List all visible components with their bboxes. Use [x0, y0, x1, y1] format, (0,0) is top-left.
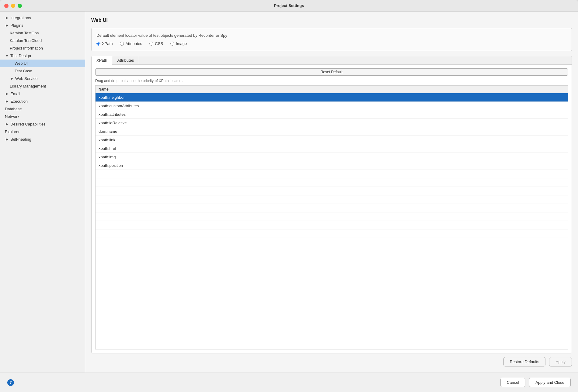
sidebar-item-label: Web Service — [15, 76, 37, 81]
sidebar-item-label: Execution — [10, 99, 28, 104]
reset-default-button[interactable]: Reset Default — [95, 68, 568, 76]
cancel-button[interactable]: Cancel — [500, 378, 525, 387]
close-button[interactable] — [4, 4, 9, 8]
table-row[interactable]: xpath:link — [96, 136, 568, 144]
table-row[interactable]: xpath:customAttributes — [96, 102, 568, 110]
sidebar-item-network[interactable]: Network — [0, 113, 85, 120]
table-row[interactable] — [96, 187, 568, 195]
sidebar-item-katalon-testcloud[interactable]: Katalon TestCloud — [0, 37, 85, 44]
sidebar-item-project-information[interactable]: Project Information — [0, 44, 85, 52]
minimize-button[interactable] — [11, 4, 15, 8]
table-row[interactable]: xpath:neighbor — [96, 93, 568, 102]
table-row[interactable]: xpath:img — [96, 153, 568, 161]
sidebar-item-web-service[interactable]: ▶Web Service — [0, 75, 85, 82]
sidebar-item-test-design[interactable]: ▼Test Design — [0, 52, 85, 60]
apply-close-button[interactable]: Apply and Close — [529, 378, 571, 387]
sidebar-item-web-ui[interactable]: Web UI — [0, 60, 85, 67]
table-row[interactable] — [96, 229, 568, 238]
xpath-table: Name xpath:neighborxpath:customAttribute… — [95, 85, 568, 349]
bottom-bar-inner: ? Cancel Apply and Close — [7, 378, 571, 387]
table-header: Name — [96, 86, 568, 93]
chevron-icon: ▶ — [5, 137, 9, 142]
sidebar-item-library-management[interactable]: Library Management — [0, 82, 85, 90]
radio-label-css: CSS — [155, 41, 163, 46]
sidebar-item-label: Test Design — [10, 53, 31, 58]
sidebar-item-label: Library Management — [10, 84, 46, 88]
sidebar-item-email[interactable]: ▶Email — [0, 90, 85, 98]
sidebar-item-label: Katalon TestCloud — [10, 38, 42, 43]
content-area: Web UI Default element locator value of … — [85, 12, 578, 373]
locator-section: Default element locator value of test ob… — [91, 28, 572, 51]
sidebar-item-label: Explorer — [5, 129, 19, 134]
tabs-body: Reset Default Drag and drop to change th… — [92, 65, 572, 353]
window-controls — [4, 4, 22, 8]
sidebar-item-integrations[interactable]: ▶Integrations — [0, 14, 85, 22]
chevron-icon: ▶ — [5, 92, 9, 96]
radio-label-image: Image — [176, 41, 187, 46]
apply-button[interactable]: Apply — [549, 357, 572, 366]
tab-xpath[interactable]: XPath — [92, 56, 112, 65]
radio-label-xpath: XPath — [102, 41, 113, 46]
sidebar: ▶Integrations▶PluginsKatalon TestOpsKata… — [0, 12, 85, 373]
sidebar-item-label: Email — [10, 91, 20, 96]
radio-label-attributes: Attributes — [125, 41, 142, 46]
section-description: Default element locator value of test ob… — [96, 33, 567, 38]
window-title: Project Settings — [274, 3, 304, 8]
sidebar-item-plugins[interactable]: ▶Plugins — [0, 22, 85, 29]
table-row[interactable] — [96, 170, 568, 178]
table-row[interactable] — [96, 221, 568, 229]
table-row[interactable] — [96, 204, 568, 212]
tabs-container: XPathAttributes Reset Default Drag and d… — [91, 56, 572, 353]
sidebar-item-explorer[interactable]: Explorer — [0, 128, 85, 136]
chevron-icon: ▶ — [5, 99, 9, 104]
table-row[interactable] — [96, 178, 568, 187]
drag-instruction: Drag and drop to change the priority of … — [95, 79, 568, 83]
section-title: Web UI — [91, 18, 572, 23]
sidebar-item-self-healing[interactable]: ▶Self-healing — [0, 136, 85, 143]
titlebar: Project Settings — [0, 0, 578, 12]
radio-input-attributes[interactable] — [120, 42, 124, 46]
sidebar-item-label: Integrations — [10, 15, 31, 20]
sidebar-item-label: Desired Capabilities — [10, 122, 46, 126]
maximize-button[interactable] — [18, 4, 22, 8]
sidebar-item-test-case[interactable]: Test Case — [0, 67, 85, 75]
table-row[interactable] — [96, 212, 568, 221]
sidebar-item-label: Network — [5, 114, 19, 119]
radio-css[interactable]: CSS — [149, 41, 163, 46]
sidebar-item-execution[interactable]: ▶Execution — [0, 98, 85, 105]
sidebar-item-desired-capabilities[interactable]: ▶Desired Capabilities — [0, 120, 85, 128]
radio-xpath[interactable]: XPath — [96, 41, 113, 46]
sidebar-item-database[interactable]: Database — [0, 105, 85, 113]
table-row[interactable] — [96, 195, 568, 204]
window: Project Settings ▶Integrations▶PluginsKa… — [0, 0, 578, 392]
radio-input-css[interactable] — [149, 42, 153, 46]
restore-defaults-button[interactable]: Restore Defaults — [503, 357, 546, 366]
sidebar-item-katalon-testops[interactable]: Katalon TestOps — [0, 29, 85, 37]
radio-input-image[interactable] — [170, 42, 174, 46]
table-row[interactable]: xpath:attributes — [96, 110, 568, 119]
sidebar-item-label: Test Case — [15, 69, 32, 73]
chevron-icon: ▼ — [5, 54, 9, 58]
tab-attributes[interactable]: Attributes — [112, 56, 139, 64]
table-row[interactable]: dom:name — [96, 127, 568, 136]
sidebar-item-label: Database — [5, 107, 22, 111]
chevron-icon: ▶ — [5, 23, 9, 28]
radio-group: XPathAttributesCSSImage — [96, 41, 567, 46]
content-footer: Restore Defaults Apply — [91, 357, 572, 366]
tabs-header: XPathAttributes — [92, 56, 572, 65]
radio-attributes[interactable]: Attributes — [120, 41, 142, 46]
radio-image[interactable]: Image — [170, 41, 187, 46]
help-icon[interactable]: ? — [7, 379, 14, 386]
chevron-icon: ▶ — [5, 122, 9, 126]
sidebar-item-label: Katalon TestOps — [10, 31, 39, 35]
sidebar-item-label: Project Information — [10, 46, 43, 50]
table-row[interactable]: xpath:idRelative — [96, 119, 568, 127]
chevron-icon: ▶ — [10, 77, 14, 81]
table-row[interactable]: xpath:position — [96, 161, 568, 170]
table-row[interactable]: xpath:href — [96, 144, 568, 153]
bottom-bar: ? Cancel Apply and Close — [0, 373, 578, 392]
sidebar-item-label: Self-healing — [10, 137, 31, 142]
main-content: ▶Integrations▶PluginsKatalon TestOpsKata… — [0, 12, 578, 373]
sidebar-item-label: Web UI — [15, 61, 28, 66]
radio-input-xpath[interactable] — [96, 42, 100, 46]
